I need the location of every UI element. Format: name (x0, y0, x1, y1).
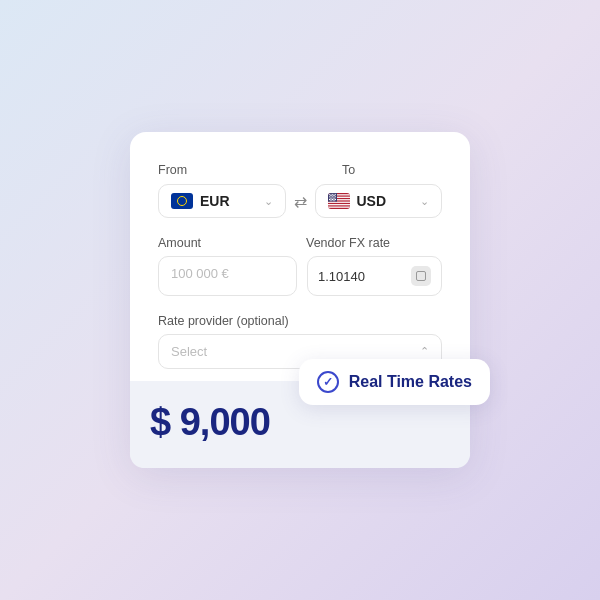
svg-point-13 (329, 195, 330, 196)
real-time-rates-tooltip: ✓ Real Time Rates (299, 359, 490, 405)
svg-point-24 (332, 198, 333, 199)
fx-rate-input[interactable]: 1.10140 (307, 256, 442, 296)
svg-point-33 (332, 200, 333, 201)
svg-point-28 (331, 199, 332, 200)
from-currency-inner: EUR (171, 193, 230, 209)
rate-provider-chevron-icon: ⌃ (420, 345, 429, 358)
to-currency-inner: USD (328, 193, 387, 209)
svg-point-16 (334, 195, 335, 196)
svg-point-11 (333, 194, 334, 195)
to-currency-select[interactable]: USD ⌄ (315, 184, 443, 218)
result-amount: $ 9,000 (150, 401, 270, 443)
to-currency-code: USD (357, 193, 387, 209)
svg-point-29 (333, 199, 334, 200)
rate-provider-placeholder: Select (171, 344, 207, 359)
fx-rate-value: 1.10140 (318, 269, 365, 284)
svg-rect-4 (328, 202, 350, 203)
svg-point-25 (334, 198, 335, 199)
svg-point-10 (331, 194, 332, 195)
check-circle-icon: ✓ (317, 371, 339, 393)
svg-point-32 (331, 200, 332, 201)
eur-flag-icon (171, 193, 193, 209)
from-currency-chevron-icon: ⌄ (264, 195, 273, 208)
svg-point-18 (330, 196, 331, 197)
amount-label: Amount (158, 236, 294, 250)
svg-point-12 (334, 194, 335, 195)
svg-rect-5 (328, 204, 350, 205)
from-currency-code: EUR (200, 193, 230, 209)
from-currency-select[interactable]: EUR ⌄ (158, 184, 286, 218)
copy-icon[interactable] (411, 266, 431, 286)
currency-converter-card: From To EUR ⌄ ⇄ (130, 132, 470, 468)
usd-flag-icon (328, 193, 350, 209)
svg-point-9 (330, 194, 331, 195)
to-currency-chevron-icon: ⌄ (420, 195, 429, 208)
svg-point-26 (328, 199, 329, 200)
svg-point-21 (334, 196, 335, 197)
svg-point-14 (331, 195, 332, 196)
tooltip-label: Real Time Rates (349, 373, 472, 391)
svg-point-27 (330, 199, 331, 200)
svg-point-23 (331, 198, 332, 199)
svg-point-22 (329, 198, 330, 199)
rate-provider-label: Rate provider (optional) (158, 314, 442, 328)
svg-point-20 (333, 196, 334, 197)
to-label: To (342, 163, 355, 177)
amount-placeholder: 100 000 € (171, 266, 229, 281)
copy-icon-inner (416, 271, 426, 281)
svg-point-30 (334, 199, 335, 200)
currency-selectors-row: EUR ⌄ ⇄ (158, 184, 442, 218)
amount-fx-inputs-row: 100 000 € 1.10140 (158, 256, 442, 296)
svg-point-15 (332, 195, 333, 196)
fx-rate-label: Vendor FX rate (306, 236, 442, 250)
from-label: From (158, 163, 187, 177)
svg-point-31 (329, 200, 330, 201)
amount-fx-labels: Amount Vendor FX rate (158, 236, 442, 250)
currency-row-labels: From To (158, 160, 442, 178)
amount-input[interactable]: 100 000 € (158, 256, 297, 296)
check-mark-icon: ✓ (323, 375, 333, 389)
swap-currencies-icon[interactable]: ⇄ (294, 192, 307, 211)
svg-rect-6 (328, 207, 350, 208)
svg-point-8 (328, 194, 329, 195)
svg-point-34 (334, 200, 335, 201)
svg-point-19 (331, 196, 332, 197)
result-area: $ 9,000 ✓ Real Time Rates (130, 381, 470, 468)
svg-point-17 (328, 196, 329, 197)
